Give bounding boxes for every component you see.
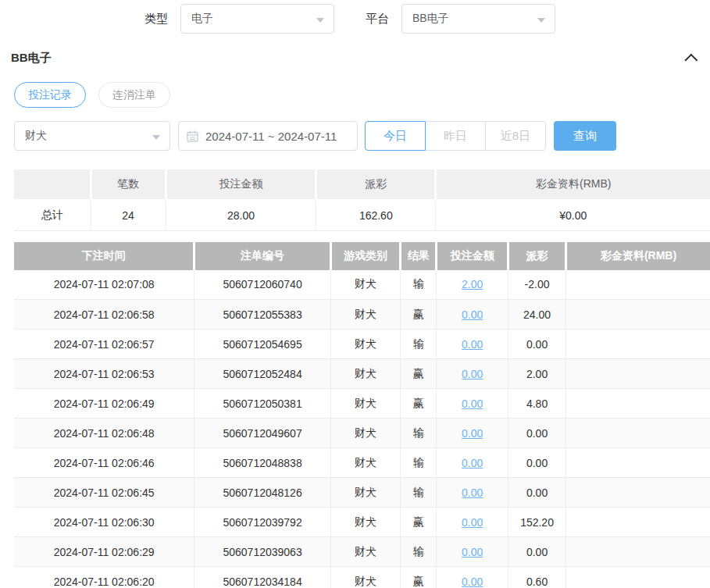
bet-time-cell: 2024-07-11 02:06:46 xyxy=(14,448,194,478)
result-cell: 输 xyxy=(400,448,436,478)
order-number-cell: 5060712039063 xyxy=(194,537,331,567)
game-type-cell: 财犬 xyxy=(330,300,400,330)
bonus-cell xyxy=(566,448,710,478)
bonus-cell xyxy=(566,537,710,567)
query-bar: 财犬 2024-07-11 ~ 2024-07-11 今日 昨日 近8日 查询 xyxy=(14,121,710,151)
bet-time-cell: 2024-07-11 02:06:29 xyxy=(14,537,194,567)
type-select[interactable]: 电子 xyxy=(180,4,334,34)
chevron-down-icon xyxy=(152,135,160,140)
payout-cell: 0.00 xyxy=(508,330,566,359)
summary-table: 笔数 投注金额 派彩 彩金资料(RMB) 总计 24 28.00 162.60 … xyxy=(14,169,710,231)
summary-total-bonus: ¥0.00 xyxy=(436,200,710,230)
payout-cell: 0.00 xyxy=(508,419,566,448)
platform-select[interactable]: BB电子 xyxy=(401,4,555,34)
payout-cell: 4.80 xyxy=(508,389,566,419)
type-select-value: 电子 xyxy=(191,12,213,26)
game-type-cell: 财犬 xyxy=(330,508,400,537)
table-row: 2024-07-11 02:06:30 5060712039792 财犬 赢 0… xyxy=(14,508,710,537)
bet-time-cell: 2024-07-11 02:06:20 xyxy=(14,567,194,588)
result-cell: 赢 xyxy=(400,508,436,537)
bonus-cell xyxy=(566,359,710,389)
payout-cell: 0.00 xyxy=(508,478,566,508)
order-number-cell: 5060712052484 xyxy=(194,359,331,389)
bet-amount-link[interactable]: 0.00 xyxy=(462,397,483,410)
payout-cell: 2.00 xyxy=(508,359,566,389)
records-header-bonus: 彩金资料(RMB) xyxy=(566,242,710,270)
result-cell: 输 xyxy=(400,330,436,359)
table-row: 2024-07-11 02:06:53 5060712052484 财犬 赢 0… xyxy=(14,359,710,389)
today-button[interactable]: 今日 xyxy=(365,121,426,151)
game-type-cell: 财犬 xyxy=(330,448,400,478)
result-cell: 赢 xyxy=(400,567,436,588)
bet-amount-link[interactable]: 0.00 xyxy=(462,338,483,351)
summary-total-label: 总计 xyxy=(14,200,91,230)
summary-header-empty xyxy=(14,169,91,200)
summary-total-bet-amount: 28.00 xyxy=(166,200,316,230)
section-title: BB电子 xyxy=(11,51,52,66)
bet-amount-cell: 0.00 xyxy=(437,419,508,448)
records-header-row: 下注时间 注单编号 游戏类别 结果 投注金额 派彩 彩金资料(RMB) xyxy=(14,242,710,270)
bet-amount-link[interactable]: 0.00 xyxy=(462,427,483,440)
tab-bet-records[interactable]: 投注记录 xyxy=(14,82,86,108)
section-header: BB电子 xyxy=(11,51,698,66)
chevron-down-icon xyxy=(537,18,545,23)
platform-label: 平台 xyxy=(366,12,389,27)
bet-amount-link[interactable]: 0.00 xyxy=(462,308,483,321)
tab-cancelled-orders[interactable]: 连消注单 xyxy=(98,82,170,108)
bet-time-cell: 2024-07-11 02:07:08 xyxy=(14,270,194,300)
summary-total-row: 总计 24 28.00 162.60 ¥0.00 xyxy=(14,200,710,230)
game-select[interactable]: 财犬 xyxy=(14,121,170,151)
bet-amount-link[interactable]: 0.00 xyxy=(462,486,483,499)
bet-time-cell: 2024-07-11 02:06:48 xyxy=(14,419,194,448)
table-row: 2024-07-11 02:06:57 5060712054695 财犬 输 0… xyxy=(14,330,710,359)
date-range-value: 2024-07-11 ~ 2024-07-11 xyxy=(205,130,337,143)
records-header-payout: 派彩 xyxy=(508,242,566,270)
records-header-order: 注单编号 xyxy=(194,242,331,270)
bet-amount-link[interactable]: 0.00 xyxy=(462,576,483,588)
chevron-up-icon[interactable] xyxy=(684,53,698,66)
bonus-cell xyxy=(566,419,710,448)
bet-amount-link[interactable]: 0.00 xyxy=(462,546,483,558)
order-number-cell: 5060712034184 xyxy=(194,567,331,588)
table-row: 2024-07-11 02:06:29 5060712039063 财犬 输 0… xyxy=(14,537,710,567)
bonus-cell xyxy=(566,508,710,537)
last8days-button-label: 近8日 xyxy=(501,129,530,144)
bet-amount-cell: 0.00 xyxy=(437,537,508,567)
bet-time-cell: 2024-07-11 02:06:45 xyxy=(14,478,194,508)
bet-amount-cell: 0.00 xyxy=(437,359,508,389)
search-button[interactable]: 查询 xyxy=(554,121,616,151)
game-type-cell: 财犬 xyxy=(330,330,400,359)
table-row: 2024-07-11 02:06:48 5060712049607 财犬 输 0… xyxy=(14,419,710,448)
records-header-time: 下注时间 xyxy=(14,242,194,270)
tab-bet-records-label: 投注记录 xyxy=(28,88,72,102)
calendar-icon xyxy=(187,130,198,142)
bet-amount-cell: 2.00 xyxy=(437,270,508,300)
today-button-label: 今日 xyxy=(384,129,407,144)
last8days-button[interactable]: 近8日 xyxy=(485,121,546,151)
order-number-cell: 5060712060740 xyxy=(194,270,331,300)
records-table-body: 2024-07-11 02:07:08 5060712060740 财犬 输 2… xyxy=(14,270,710,588)
bet-time-cell: 2024-07-11 02:06:49 xyxy=(14,389,194,419)
summary-header-bet-amount: 投注金额 xyxy=(166,169,316,200)
tab-cancelled-orders-label: 连消注单 xyxy=(112,88,156,102)
records-header-game: 游戏类别 xyxy=(330,242,400,270)
bet-amount-link[interactable]: 0.00 xyxy=(462,457,483,469)
yesterday-button[interactable]: 昨日 xyxy=(425,121,486,151)
bet-time-cell: 2024-07-11 02:06:53 xyxy=(14,359,194,389)
order-number-cell: 5060712049607 xyxy=(194,419,331,448)
chevron-down-icon xyxy=(316,18,324,23)
order-number-cell: 5060712039792 xyxy=(194,508,331,537)
game-select-value: 财犬 xyxy=(25,129,47,143)
bet-amount-cell: 0.00 xyxy=(437,478,508,508)
top-filter-bar: 类型 电子 平台 BB电子 xyxy=(144,0,710,34)
bet-amount-link[interactable]: 2.00 xyxy=(462,278,483,290)
game-type-cell: 财犬 xyxy=(330,359,400,389)
records-table: 下注时间 注单编号 游戏类别 结果 投注金额 派彩 彩金资料(RMB) 2024… xyxy=(14,242,710,588)
summary-header-bonus: 彩金资料(RMB) xyxy=(436,169,710,200)
bet-amount-link[interactable]: 0.00 xyxy=(462,516,483,529)
date-range-input[interactable]: 2024-07-11 ~ 2024-07-11 xyxy=(178,121,358,151)
payout-cell: 152.20 xyxy=(508,508,566,537)
date-shortcut-group: 今日 昨日 近8日 xyxy=(365,121,546,151)
order-number-cell: 5060712050381 xyxy=(194,389,331,419)
bet-amount-link[interactable]: 0.00 xyxy=(462,368,483,380)
